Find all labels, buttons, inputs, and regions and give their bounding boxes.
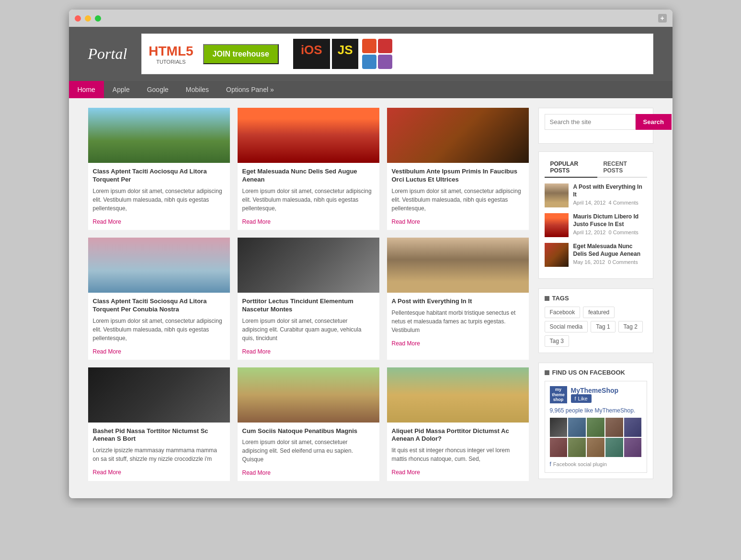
card-9-body: Aliquet Pid Massa Porttitor Dictumst Ac … xyxy=(387,423,529,481)
popular-post-2-meta: April 12, 2012 0 Comments xyxy=(573,229,647,235)
card-3-body: Vestibulum Ante Ipsum Primis In Faucibus… xyxy=(387,163,529,230)
content-area: Class Aptent Taciti Aociosqu Ad Litora T… xyxy=(88,108,529,489)
card-9: Aliquet Pid Massa Porttitor Dictumst Ac … xyxy=(387,367,529,481)
card-6-excerpt: Pellentesque habitant morbi tristique se… xyxy=(392,309,524,334)
tag-2[interactable]: Tag 2 xyxy=(618,321,643,332)
card-9-excerpt: lit quis est sit integer rhoncus integer… xyxy=(392,446,524,463)
card-1-excerpt: Lorem ipsum dolor sit amet, consectetur … xyxy=(93,187,225,213)
search-box: Search xyxy=(545,114,647,130)
card-7-title: Bashet Pid Nassa Torttitor Nictumst Sc A… xyxy=(93,427,225,444)
card-3-readmore[interactable]: Read More xyxy=(392,218,420,225)
facebook-header-icon xyxy=(545,370,549,375)
card-1: Class Aptent Taciti Aociosqu Ad Litora T… xyxy=(88,108,230,230)
banner-ad: HTML5 TUTORIALS JOIN treehouse iOS JS xyxy=(141,34,653,74)
fb-photo-6 xyxy=(550,438,568,457)
site-header: Portal HTML5 TUTORIALS JOIN treehouse iO… xyxy=(69,27,673,81)
card-2-body: Eget Malesuada Nunc Delis Sed Augue Aene… xyxy=(238,163,379,230)
popular-post-2-info: Mauris Dictum Libero Id Justo Fusce In E… xyxy=(573,213,647,235)
new-tab-button[interactable]: + xyxy=(658,14,667,23)
facebook-like-button[interactable]: f Like xyxy=(571,394,592,403)
tag-featured[interactable]: featured xyxy=(583,307,615,318)
card-2-title: Eget Malesuada Nunc Delis Sed Augue Aene… xyxy=(242,168,375,184)
fb-photo-9 xyxy=(605,438,623,457)
card-5-excerpt: Lorem ipsum dolor sit amet, consectetuer… xyxy=(242,317,375,343)
tags-header: TAGS xyxy=(545,295,647,302)
maximize-dot[interactable] xyxy=(95,15,101,22)
card-4: Class Aptent Taciti Sociosqu Ad Litora T… xyxy=(88,238,230,360)
tab-recent[interactable]: RECENT POSTS xyxy=(597,158,647,177)
card-1-readmore[interactable]: Read More xyxy=(93,218,121,225)
nav-mobiles[interactable]: Mobiles xyxy=(177,81,217,98)
card-5-body: Porttitor Lectus Tincidunt Elementum Nas… xyxy=(238,293,379,360)
banner-html5: HTML5 xyxy=(148,44,193,59)
banner-tutorials: TUTORIALS xyxy=(156,59,186,65)
close-dot[interactable] xyxy=(75,15,81,22)
card-4-readmore[interactable]: Read More xyxy=(93,348,121,355)
card-5-readmore[interactable]: Read More xyxy=(242,348,271,355)
search-widget: Search xyxy=(538,108,653,144)
fb-photo-7 xyxy=(568,438,586,457)
card-8: Cum Sociis Natoque Penatibus Magnis Lore… xyxy=(238,367,379,481)
card-8-image xyxy=(238,367,379,423)
nav-home[interactable]: Home xyxy=(69,81,104,98)
nav-options[interactable]: Options Panel » xyxy=(217,81,283,98)
card-9-readmore[interactable]: Read More xyxy=(392,469,420,476)
card-2-excerpt: Lorem ipsum dolor sit amet, consectetur … xyxy=(242,187,375,213)
nav-apple[interactable]: Apple xyxy=(104,81,138,98)
fb-photo-8 xyxy=(587,438,604,457)
facebook-logo: mythemeshop xyxy=(550,386,567,403)
card-5: Porttitor Lectus Tincidunt Elementum Nas… xyxy=(238,238,379,360)
fb-photo-5 xyxy=(624,418,642,437)
facebook-count: 9,965 people like MyThemeShop. xyxy=(550,407,642,414)
banner-logos: iOS JS xyxy=(293,39,393,69)
tag-facebook[interactable]: Facebook xyxy=(545,307,581,318)
card-1-body: Class Aptent Taciti Aociosqu Ad Litora T… xyxy=(88,163,230,230)
card-7-readmore[interactable]: Read More xyxy=(93,469,121,476)
popular-post-3-image xyxy=(545,243,569,267)
card-4-excerpt: Lorem ipsum dolor sit amet, consectetur … xyxy=(93,317,225,343)
fb-icon: f xyxy=(575,396,576,401)
facebook-footer-icon: f xyxy=(550,461,551,468)
join-button[interactable]: JOIN treehouse xyxy=(203,44,279,64)
tag-3[interactable]: Tag 3 xyxy=(545,335,569,347)
card-5-image xyxy=(238,238,379,293)
card-9-title: Aliquet Pid Massa Porttitor Dictumst Ac … xyxy=(392,427,524,444)
facebook-page-name: MyThemeShop xyxy=(571,387,619,394)
card-7-body: Bashet Pid Nassa Torttitor Nictumst Sc A… xyxy=(88,423,230,481)
search-button[interactable]: Search xyxy=(636,114,672,130)
tag-social-media[interactable]: Social media xyxy=(545,321,588,332)
main-layout: Class Aptent Taciti Aociosqu Ad Litora T… xyxy=(69,98,673,498)
card-8-excerpt: Lorem ipsum dolor sit amet, consectetuer… xyxy=(242,438,375,464)
card-3: Vestibulum Ante Ipsum Primis In Faucibus… xyxy=(387,108,529,230)
minimize-dot[interactable] xyxy=(85,15,91,22)
card-3-title: Vestibulum Ante Ipsum Primis In Faucibus… xyxy=(392,168,524,184)
facebook-widget: FIND US ON FACEBOOK mythemeshop MyThemeS… xyxy=(538,363,653,479)
posts-tabs: POPULAR POSTS RECENT POSTS xyxy=(545,158,647,178)
card-6: A Post with Everything In It Pellentesqu… xyxy=(387,238,529,360)
card-7-image xyxy=(88,367,230,423)
card-6-title: A Post with Everything In It xyxy=(392,297,524,306)
tags-header-icon xyxy=(545,296,549,301)
posts-widget: POPULAR POSTS RECENT POSTS A Post with E… xyxy=(538,151,653,279)
treehouse-label: treehouse xyxy=(232,50,269,58)
popular-post-3-title: Eget Malesuada Nunc Delis Sed Augue Aene… xyxy=(573,243,647,258)
search-input[interactable] xyxy=(545,114,636,130)
post-row-1: Class Aptent Taciti Aociosqu Ad Litora T… xyxy=(88,108,529,230)
popular-post-1-meta: April 14, 2012 4 Comments xyxy=(573,200,647,206)
popular-post-1: A Post with Everything In It April 14, 2… xyxy=(545,183,647,207)
tab-popular[interactable]: POPULAR POSTS xyxy=(545,158,598,178)
join-label: JOIN xyxy=(213,50,233,58)
card-6-image xyxy=(387,238,529,293)
card-2-image xyxy=(238,108,379,163)
card-1-image xyxy=(88,108,230,163)
popular-post-1-title: A Post with Everything In It xyxy=(573,183,647,198)
card-8-readmore[interactable]: Read More xyxy=(242,469,271,476)
banner-icons xyxy=(362,39,392,69)
tag-1[interactable]: Tag 1 xyxy=(591,321,615,332)
card-2-readmore[interactable]: Read More xyxy=(242,218,271,225)
navbar: Home Apple Google Mobiles Options Panel … xyxy=(69,81,673,98)
popular-post-3: Eget Malesuada Nunc Delis Sed Augue Aene… xyxy=(545,243,647,267)
card-6-readmore[interactable]: Read More xyxy=(392,340,420,347)
nav-google[interactable]: Google xyxy=(138,81,177,98)
js-label: JS xyxy=(332,39,359,69)
